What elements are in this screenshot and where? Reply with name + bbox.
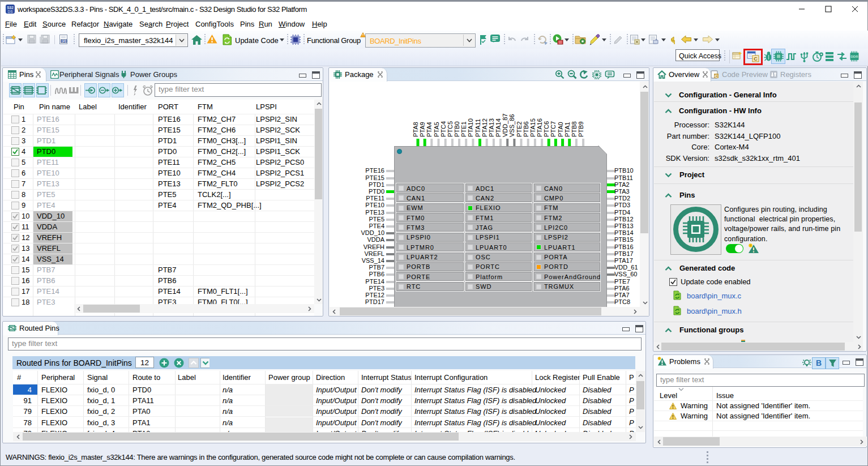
svg-text:PTB6: PTB6 <box>523 121 529 137</box>
svg-text:PTE1: PTE1 <box>460 121 467 137</box>
svg-text:PTE2: PTE2 <box>516 121 523 137</box>
svg-text:PTA4: PTA4 <box>426 122 433 137</box>
svg-text:010: 010 <box>61 40 67 44</box>
svg-text:C: C <box>715 74 718 79</box>
svg-text:PTC6: PTC6 <box>543 121 550 137</box>
svg-text:VDD_87: VDD_87 <box>502 113 508 137</box>
svg-text:PTA16: PTA16 <box>536 118 543 137</box>
svg-text:DS: DS <box>7 10 13 14</box>
svg-text:PTA14: PTA14 <box>495 118 502 137</box>
svg-text:PTA11: PTA11 <box>474 119 481 137</box>
svg-text:C: C <box>754 56 758 62</box>
svg-text:PTC5: PTC5 <box>447 121 454 137</box>
svg-text:PTC4: PTC4 <box>440 121 447 137</box>
svg-text:PTB9: PTB9 <box>578 121 584 137</box>
svg-text:PTA1: PTA1 <box>564 122 571 137</box>
svg-text:PTA5: PTA5 <box>433 122 440 137</box>
svg-text:PTB8: PTB8 <box>571 121 578 137</box>
svg-text:PTA12: PTA12 <box>481 118 488 137</box>
svg-text:PTA0: PTA0 <box>557 122 564 137</box>
svg-text:PTA8: PTA8 <box>412 122 419 137</box>
svg-text:PTA15: PTA15 <box>529 118 536 137</box>
svg-text:S32: S32 <box>7 6 14 10</box>
svg-text:VSS_86: VSS_86 <box>508 114 515 137</box>
svg-text:!: ! <box>659 357 660 360</box>
svg-text:DDR: DDR <box>851 55 859 58</box>
svg-text:PTA10: PTA10 <box>467 118 474 137</box>
svg-text:PTA13: PTA13 <box>488 118 495 137</box>
svg-text:PTC7: PTC7 <box>550 121 557 137</box>
svg-text:PTB0: PTB0 <box>454 121 460 137</box>
svg-text:PTA9: PTA9 <box>419 122 426 137</box>
